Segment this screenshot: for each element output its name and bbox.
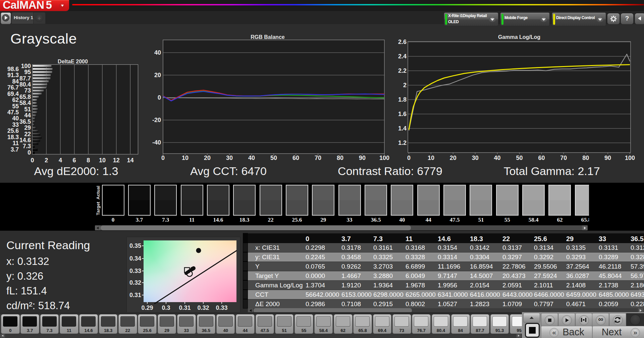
svg-text:69.4: 69.4 bbox=[7, 91, 19, 97]
svg-text:3.7: 3.7 bbox=[11, 146, 19, 153]
svg-text:14: 14 bbox=[127, 157, 133, 164]
svg-text:0.31: 0.31 bbox=[179, 304, 191, 311]
svg-text:90: 90 bbox=[359, 155, 366, 161]
svg-text:2: 2 bbox=[45, 157, 48, 164]
svg-text:80.4: 80.4 bbox=[19, 81, 31, 88]
svg-text:10: 10 bbox=[99, 157, 106, 164]
svg-text:65.8: 65.8 bbox=[19, 94, 31, 100]
svg-text:-40: -40 bbox=[152, 139, 161, 146]
svg-text:0.33: 0.33 bbox=[129, 268, 141, 274]
svg-text:1.2: 1.2 bbox=[398, 139, 407, 146]
svg-text:95: 95 bbox=[24, 69, 31, 75]
svg-text:30: 30 bbox=[472, 155, 479, 161]
svg-text:0.29: 0.29 bbox=[141, 304, 153, 311]
svg-text:70: 70 bbox=[315, 155, 321, 161]
svg-text:0.31: 0.31 bbox=[129, 292, 141, 298]
svg-text:2.2: 2.2 bbox=[398, 67, 407, 74]
svg-text:58.4: 58.4 bbox=[19, 100, 31, 106]
svg-text:100: 100 bbox=[21, 63, 31, 69]
svg-text:0: 0 bbox=[158, 94, 161, 101]
svg-text:40: 40 bbox=[248, 155, 255, 161]
svg-text:8: 8 bbox=[87, 157, 90, 164]
svg-text:87.7: 87.7 bbox=[19, 75, 31, 82]
svg-text:30: 30 bbox=[226, 155, 233, 161]
svg-text:1.6: 1.6 bbox=[398, 111, 407, 117]
svg-text:91.3: 91.3 bbox=[7, 72, 19, 78]
svg-text:100: 100 bbox=[625, 155, 635, 161]
svg-text:55: 55 bbox=[12, 103, 19, 110]
svg-text:1.8: 1.8 bbox=[398, 96, 407, 103]
svg-text:10: 10 bbox=[182, 155, 189, 161]
svg-text:RGB Balance: RGB Balance bbox=[251, 34, 284, 40]
svg-text:100: 100 bbox=[379, 155, 389, 161]
svg-text:36.5: 36.5 bbox=[19, 118, 31, 125]
svg-text:-20: -20 bbox=[152, 117, 161, 123]
svg-text:20: 20 bbox=[154, 72, 161, 78]
svg-text:50: 50 bbox=[516, 155, 523, 161]
svg-text:73: 73 bbox=[24, 87, 31, 94]
svg-text:25.6: 25.6 bbox=[7, 127, 19, 134]
svg-text:0.34: 0.34 bbox=[129, 255, 141, 262]
svg-text:76.7: 76.7 bbox=[7, 84, 19, 91]
svg-text:62: 62 bbox=[12, 97, 19, 103]
svg-text:40: 40 bbox=[494, 155, 501, 161]
svg-text:70: 70 bbox=[560, 155, 567, 161]
svg-text:Gamma Log/Log: Gamma Log/Log bbox=[498, 34, 540, 40]
svg-text:29: 29 bbox=[24, 124, 31, 131]
svg-text:0: 0 bbox=[161, 155, 165, 161]
svg-text:44: 44 bbox=[24, 112, 31, 119]
svg-text:11: 11 bbox=[13, 140, 19, 147]
svg-text:4: 4 bbox=[59, 157, 62, 164]
svg-text:98.6: 98.6 bbox=[7, 66, 19, 72]
svg-text:12: 12 bbox=[113, 157, 120, 164]
svg-text:10: 10 bbox=[428, 155, 434, 161]
svg-text:50: 50 bbox=[270, 155, 277, 161]
svg-text:0.32: 0.32 bbox=[129, 279, 141, 286]
svg-text:0.32: 0.32 bbox=[197, 304, 209, 311]
svg-text:0.33: 0.33 bbox=[216, 304, 227, 311]
svg-text:47.5: 47.5 bbox=[7, 109, 19, 116]
svg-text:20: 20 bbox=[450, 155, 457, 161]
svg-text:90: 90 bbox=[604, 155, 611, 161]
svg-text:80: 80 bbox=[337, 155, 343, 161]
svg-text:0: 0 bbox=[407, 155, 411, 161]
svg-text:22: 22 bbox=[24, 131, 31, 137]
svg-text:DeltaE 2000: DeltaE 2000 bbox=[58, 59, 88, 64]
svg-text:2.6: 2.6 bbox=[398, 39, 407, 45]
svg-text:60: 60 bbox=[538, 155, 545, 161]
svg-text:40: 40 bbox=[154, 49, 161, 56]
svg-text:33: 33 bbox=[12, 121, 19, 128]
svg-text:7.3: 7.3 bbox=[23, 143, 31, 150]
svg-text:0.3: 0.3 bbox=[162, 304, 170, 311]
svg-text:18.3: 18.3 bbox=[7, 134, 19, 140]
svg-text:0.35: 0.35 bbox=[129, 242, 141, 249]
svg-text:2.4: 2.4 bbox=[398, 53, 407, 60]
svg-text:14.6: 14.6 bbox=[19, 137, 31, 144]
svg-text:20: 20 bbox=[204, 155, 211, 161]
svg-text:0: 0 bbox=[28, 149, 31, 156]
svg-text:80: 80 bbox=[582, 155, 589, 161]
svg-text:60: 60 bbox=[292, 155, 299, 161]
svg-text:40: 40 bbox=[12, 115, 19, 122]
svg-text:6: 6 bbox=[73, 157, 76, 164]
svg-text:2: 2 bbox=[403, 82, 407, 89]
svg-text:0: 0 bbox=[31, 157, 34, 164]
svg-text:51: 51 bbox=[24, 106, 31, 113]
svg-text:84: 84 bbox=[12, 78, 19, 85]
svg-text:1.4: 1.4 bbox=[398, 125, 407, 132]
